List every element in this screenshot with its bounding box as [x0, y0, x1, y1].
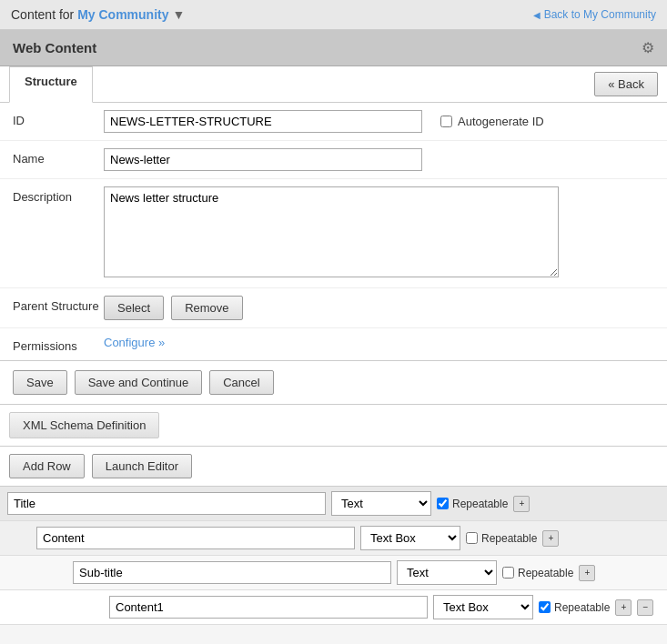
autogenerate-label: Autogenerate ID: [458, 115, 544, 128]
repeatable-label: Repeatable: [452, 498, 508, 510]
tab-structure[interactable]: Structure: [9, 66, 93, 103]
table-row: TextText BoxSelectMulti-listRadioCheckbo…: [0, 487, 667, 521]
id-label: ID: [13, 110, 104, 127]
parent-structure-row: Parent Structure Select Remove: [0, 288, 667, 328]
parent-structure-buttons: Select Remove: [104, 296, 654, 320]
repeatable-check: Repeatable: [502, 567, 573, 579]
back-button[interactable]: « Back: [594, 72, 658, 96]
repeatable-label: Repeatable: [518, 567, 573, 579]
community-name: My Community: [77, 7, 168, 22]
add-row-bar: Add Row Launch Editor: [0, 447, 667, 487]
xml-schema-definition-button[interactable]: XML Schema Definition: [9, 412, 159, 438]
struct-name-input[interactable]: [109, 596, 428, 619]
add-row-icon[interactable]: +: [615, 599, 632, 616]
select-button[interactable]: Select: [104, 296, 164, 320]
remove-button[interactable]: Remove: [171, 296, 242, 320]
parent-structure-label: Parent Structure: [13, 296, 104, 313]
table-row: TextText BoxSelectMulti-listRadioCheckbo…: [0, 556, 667, 590]
action-buttons-row: Save Save and Continue Cancel: [0, 361, 667, 405]
description-label: Description: [13, 186, 104, 204]
repeatable-check: Repeatable: [466, 532, 537, 545]
id-field-area: Autogenerate ID: [104, 110, 654, 133]
autogenerate-area: Autogenerate ID: [440, 115, 544, 128]
section-header: Web Content ⚙: [0, 30, 667, 66]
repeatable-label: Repeatable: [481, 532, 537, 545]
repeatable-check: Repeatable: [437, 498, 508, 510]
struct-name-input[interactable]: [7, 492, 326, 515]
struct-type-select[interactable]: TextText BoxSelectMulti-listRadioCheckbo…: [433, 595, 533, 619]
description-textarea[interactable]: News letter structure: [104, 186, 559, 277]
launch-editor-button[interactable]: Launch Editor: [92, 454, 192, 478]
struct-name-input[interactable]: [36, 527, 355, 549]
remove-row-icon[interactable]: −: [637, 599, 653, 616]
struct-type-select[interactable]: TextText BoxSelectMulti-listRadioCheckbo…: [360, 526, 460, 550]
repeatable-label: Repeatable: [554, 601, 610, 614]
section-title: Web Content: [13, 40, 96, 55]
breadcrumb: Content for My Community ▼: [11, 7, 185, 22]
permissions-row: Permissions Configure »: [0, 328, 667, 360]
form-content: ID Autogenerate ID Name Description News…: [0, 103, 667, 361]
repeatable-checkbox[interactable]: [502, 567, 514, 579]
xml-tab-bar: XML Schema Definition: [0, 405, 667, 447]
id-input[interactable]: [104, 110, 422, 133]
gear-icon[interactable]: ⚙: [642, 39, 654, 56]
repeatable-check: Repeatable: [539, 601, 610, 614]
save-button[interactable]: Save: [13, 370, 67, 395]
autogenerate-checkbox[interactable]: [440, 116, 452, 127]
repeatable-checkbox[interactable]: [539, 601, 551, 613]
cancel-button[interactable]: Cancel: [209, 370, 273, 395]
struct-name-input[interactable]: [73, 561, 391, 584]
dropdown-arrow[interactable]: ▼: [172, 7, 185, 22]
content-for-label: Content for: [11, 7, 74, 22]
permissions-label: Permissions: [13, 336, 104, 353]
top-bar: Content for My Community ▼ Back to My Co…: [0, 0, 667, 30]
repeatable-checkbox[interactable]: [466, 532, 478, 544]
add-row-icon[interactable]: +: [579, 565, 595, 581]
table-row: TextText BoxSelectMulti-listRadioCheckbo…: [0, 521, 667, 556]
tab-bar: Structure: [0, 66, 585, 102]
struct-type-select[interactable]: TextText BoxSelectMulti-listRadioCheckbo…: [397, 560, 497, 585]
add-row-button[interactable]: Add Row: [9, 454, 85, 478]
name-label: Name: [13, 148, 104, 166]
description-row: Description News letter structure: [0, 179, 667, 288]
repeatable-checkbox[interactable]: [437, 498, 449, 509]
structure-table: TextText BoxSelectMulti-listRadioCheckbo…: [0, 487, 667, 625]
table-row: TextText BoxSelectMulti-listRadioCheckbo…: [0, 590, 667, 625]
id-row: ID Autogenerate ID: [0, 103, 667, 141]
struct-type-select[interactable]: TextText BoxSelectMulti-listRadioCheckbo…: [331, 491, 431, 516]
add-row-icon[interactable]: +: [513, 496, 530, 512]
name-field-area: [104, 148, 654, 171]
name-input[interactable]: [104, 148, 422, 171]
save-and-continue-button[interactable]: Save and Continue: [75, 370, 203, 395]
name-row: Name: [0, 141, 667, 179]
add-row-icon[interactable]: +: [542, 530, 559, 547]
configure-link[interactable]: Configure »: [104, 336, 165, 349]
back-to-community-link[interactable]: Back to My Community: [533, 8, 656, 21]
permissions-value: Configure »: [104, 336, 654, 349]
description-field-area: News letter structure: [104, 186, 654, 280]
